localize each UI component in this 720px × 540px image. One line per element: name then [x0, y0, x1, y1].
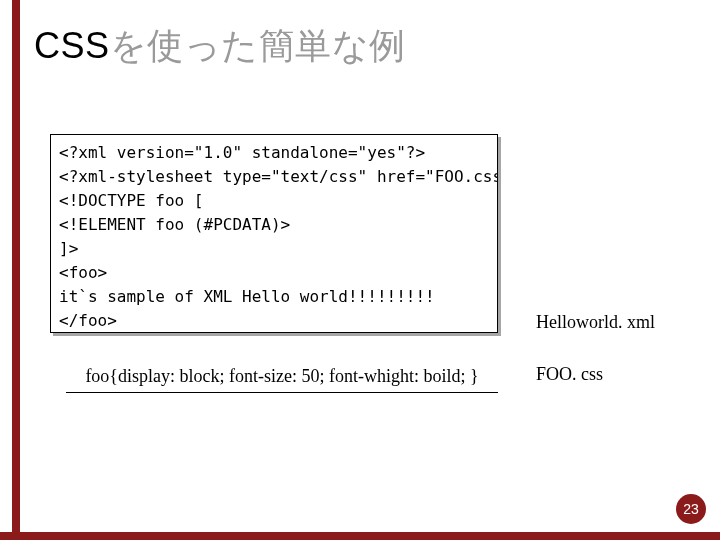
xml-code-block: <?xml version="1.0" standalone="yes"?> <… [50, 134, 498, 333]
xml-filename-label: Helloworld. xml [536, 312, 655, 333]
page-number: 23 [683, 501, 699, 517]
title-en: CSS [34, 25, 110, 66]
css-code-block: foo{display: block; font-size: 50; font-… [66, 362, 498, 391]
decorative-left-bar [12, 0, 20, 540]
page-number-badge: 23 [676, 494, 706, 524]
title-jp: を使った簡単な例 [110, 25, 406, 66]
slide-title: CSSを使った簡単な例 [34, 22, 406, 71]
decorative-bottom-bar [0, 532, 720, 540]
css-filename-label: FOO. css [536, 364, 603, 385]
slide: CSSを使った簡単な例 <?xml version="1.0" standalo… [0, 0, 720, 540]
